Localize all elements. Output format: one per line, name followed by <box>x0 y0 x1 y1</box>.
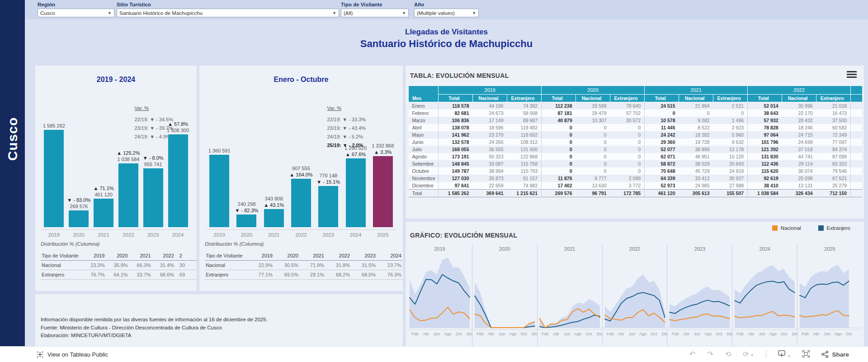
view-on-tableau-button[interactable]: View on Tableau Public <box>36 351 108 358</box>
table-cell: 461 120 <box>645 190 679 197</box>
table-cell: 62 071 <box>645 153 679 160</box>
bar-value-label: 1 038 584 <box>117 156 139 162</box>
bar-2021[interactable] <box>94 199 113 227</box>
table-row-julio[interactable]: Julio168 05536 555131 50000052 07738 899… <box>409 146 863 153</box>
filter-tipo-select[interactable]: (All) ▼ <box>341 9 409 17</box>
table-row-mayo[interactable]: Mayo141 96223 270118 69200024 24218 2825… <box>409 131 863 138</box>
month-tick-label: Dic <box>792 332 798 336</box>
filter-sitio-label: Sitio Turístico <box>117 2 339 7</box>
dist-row-nacional[interactable]: Nacional22.9%30.5%71.9%31.8%31.5%23.7% <box>205 261 402 270</box>
bar-2023[interactable] <box>318 186 338 227</box>
table-cell: 173 191 <box>439 153 473 160</box>
region-sidebar: Cusco <box>0 0 25 346</box>
table-cell: 0 <box>542 167 576 175</box>
table-cell: 369 641 <box>473 190 507 197</box>
table-cell: 84 374 <box>816 146 851 153</box>
bar-variation-label: ▼ - 82.3% <box>235 207 258 214</box>
year-panel-2020[interactable]: 2020FebAbrJunAgoOctDic <box>472 244 538 362</box>
menu-icon[interactable] <box>847 71 857 78</box>
table-cell: 0 <box>576 146 610 153</box>
bar-column-2024: 1 290 520▲ 67.6% <box>342 145 369 227</box>
month-tick-label: Abr <box>423 332 429 336</box>
filter-anio-select[interactable]: (Multiple values) ▼ <box>414 9 479 17</box>
bar-2020[interactable] <box>69 210 89 227</box>
legend-label: Nacional <box>781 225 801 231</box>
table-row-junio[interactable]: Junio132 57824 266108 31200029 36019 728… <box>409 138 863 146</box>
download-icon[interactable]: ▼ <box>778 350 791 359</box>
table-row-marzo[interactable]: Marzo106 83617 14989 68740 87910 30730 5… <box>409 117 863 124</box>
table-row-abril[interactable]: Abril138 07818 596119 48200011 4458 5222… <box>409 124 863 131</box>
legend-item-extranjero[interactable]: Extranjero <box>818 225 850 231</box>
bar-2023[interactable] <box>143 168 163 227</box>
tableau-logo-icon <box>36 351 44 358</box>
table-row-total[interactable]: Total1 585 262369 6411 215 621269 57696 … <box>409 190 863 197</box>
year-panel-plot <box>472 253 537 329</box>
year-panel-2025[interactable]: 2025FebAbrJunAgoOct <box>797 244 862 362</box>
bar-column-2019: 1 360 591 <box>206 148 233 227</box>
year-panel-2022[interactable]: 2022FebAbrJunAgoOctDic <box>603 244 668 362</box>
table-row-agosto[interactable]: Agosto173 19150 323122 86800062 07146 95… <box>409 153 863 160</box>
filter-region-select[interactable]: Cusco ▼ <box>38 9 114 17</box>
dist-row-extranjero[interactable]: Extranjero77.1%69.5%28.1%68.2%68.5%76.3% <box>205 270 402 280</box>
table-row-noviembre[interactable]: Noviembre127 03035 87391 15711 8769 7772… <box>409 175 863 182</box>
table-cell: 17 402 <box>542 182 576 190</box>
year-panel-2021[interactable]: 2021FebAbrJunAgoOctDic <box>538 244 603 362</box>
monthly-table-title: TABLA: EVOLUCIÓN MENSUAL <box>406 66 864 79</box>
bar-variation-label: ▼ - 83.0% <box>67 197 90 203</box>
undo-icon[interactable]: ↶ <box>689 351 695 358</box>
filter-region: Región Cusco ▼ <box>38 2 114 17</box>
legend-item-nacional[interactable]: Nacional <box>772 225 801 231</box>
bar-value-label: 770 148 <box>319 172 337 179</box>
table-cell: 44 741 <box>782 153 816 160</box>
filter-sitio-select[interactable]: Santuario Histórico de Machupicchu ▼ <box>117 9 339 17</box>
panel-monthly-graph: GRÁFICO: EVOLUCIÓN MENSUAL NacionalExtra… <box>406 222 864 362</box>
refresh-icon[interactable]: ⟳▼ <box>743 351 754 358</box>
period-dist-table: Distribución % (Columna) Tipo de Visitan… <box>205 241 403 286</box>
bar-2020[interactable] <box>236 214 256 227</box>
table-cell: 0 <box>542 131 576 138</box>
table-cell: 172 785 <box>610 190 645 197</box>
axis-label-2024: 2024 <box>165 232 190 238</box>
subheader-total: Total <box>645 95 679 102</box>
share-button[interactable]: Share <box>821 351 849 358</box>
year-panel-2019[interactable]: 2019FebAbrJunAgoOctDic <box>407 244 472 362</box>
table-row-febrero[interactable]: Febrero82 68124 67358 00887 18129 47957 … <box>409 110 863 117</box>
bar-2021[interactable] <box>264 209 284 227</box>
table-cell: 24 919 <box>713 167 748 175</box>
table-cell: 38 643 <box>748 110 782 117</box>
subheader-nacional: Nacional <box>576 95 610 102</box>
bar-2024[interactable] <box>168 134 188 227</box>
bar-2022[interactable] <box>291 179 311 227</box>
bar-2022[interactable] <box>118 163 138 227</box>
year-panel-2023[interactable]: 2023FebAbrJunAgoOctDic <box>667 244 732 362</box>
filter-tipo-label: Tipo de Visitante <box>341 2 409 7</box>
bar-2025[interactable] <box>373 156 393 227</box>
table-cell: 8 522 <box>679 124 713 131</box>
table-cell: 18 246 <box>782 124 816 131</box>
month-tick-label: Jun <box>434 332 440 336</box>
bar-2024[interactable] <box>346 158 366 227</box>
dist-year-header: 2019 <box>248 251 274 261</box>
table-cell: 29 479 <box>576 110 610 117</box>
fullscreen-icon[interactable] <box>802 350 810 359</box>
reset-icon[interactable]: ⟲ <box>725 351 731 358</box>
table-row-diciembre[interactable]: Diciembre97 64122 65974 98217 40213 6303… <box>409 182 863 190</box>
dist-row-nacional[interactable]: Nacional23.3%35.9%66.3%31.4%30 <box>41 261 197 270</box>
table-cell: 52 973 <box>645 182 679 190</box>
dist-row-extranjero[interactable]: Extranjero76.7%64.1%33.7%68.6%69 <box>41 270 197 280</box>
bar-2019[interactable] <box>209 155 229 227</box>
table-row-enero[interactable]: Enero118 57844 19674 382112 23833 59878 … <box>409 102 863 110</box>
redo-icon[interactable]: ↷ <box>707 351 713 358</box>
bar-2019[interactable] <box>44 130 64 227</box>
table-cell: 24 673 <box>473 110 507 117</box>
year-panel-2024[interactable]: 2024FebAbrJunAgoOctDic <box>732 244 797 362</box>
month-tick-label: Ago <box>444 332 452 336</box>
month-tick-label: Feb <box>607 332 614 336</box>
dist-year-header: 2020 <box>274 251 299 261</box>
month-axis: FebAbrJunAgoOctDic <box>603 329 667 338</box>
period-bar-plot: 1 360 591240 298▼ - 82.3%343 808▲ 43.1%9… <box>206 114 396 227</box>
table-cell: 37 018 <box>782 146 816 153</box>
table-row-setiembre[interactable]: Setiembre148 84533 087115 75800058 87238… <box>409 160 863 167</box>
table-row-octubre[interactable]: Octubre149 78738 994110 79300070 64845 7… <box>409 167 863 175</box>
dist-year-header: 2022 <box>152 251 175 261</box>
